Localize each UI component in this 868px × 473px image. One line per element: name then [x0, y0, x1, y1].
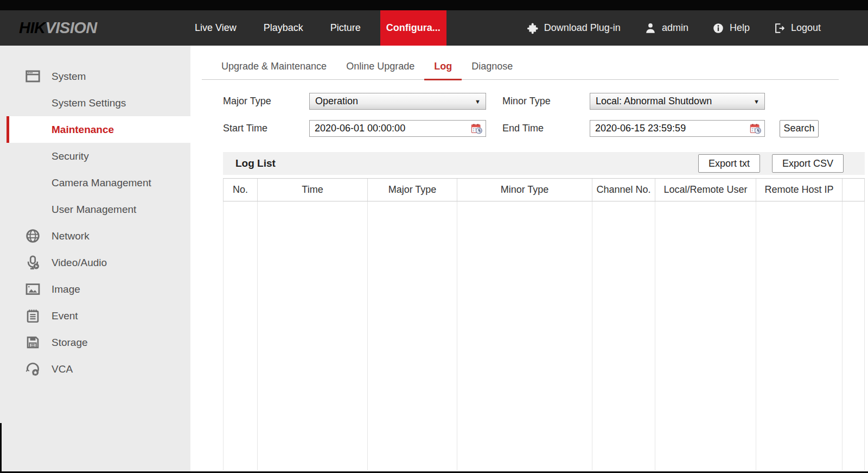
chevron-down-icon: ▼	[475, 98, 481, 105]
window-left-edge	[0, 423, 2, 473]
top-navbar: HIKVISION Live View Playback Picture Con…	[0, 10, 868, 46]
major-type-value: Operation	[315, 96, 358, 107]
log-filter-form: Major Type Operation ▼ Minor Type Local:…	[223, 93, 868, 137]
sidebar-menu: System System Settings Maintenance Secur…	[0, 46, 190, 382]
column-header-minor-type: Minor Type	[457, 179, 592, 201]
sidebar: System System Settings Maintenance Secur…	[0, 46, 190, 473]
major-type-select[interactable]: Operation ▼	[309, 93, 486, 110]
sidebar-item-label: VCA	[52, 363, 73, 375]
hikvision-logo: HIKVISION	[19, 10, 171, 46]
info-icon	[712, 22, 724, 34]
logo-vision: VISION	[45, 19, 97, 37]
sidebar-item-label: Image	[52, 283, 80, 295]
tab-log[interactable]: Log	[424, 61, 462, 80]
minor-type-value: Local: Abnormal Shutdown	[596, 96, 712, 107]
sidebar-item-label: User Management	[52, 204, 136, 216]
log-list-title: Log List	[235, 157, 276, 169]
end-time-value: 2020-06-15 23:59:59	[595, 123, 686, 134]
nav-picture[interactable]: Picture	[323, 10, 368, 46]
help-button[interactable]: Help	[712, 22, 750, 34]
nav-utilities: Download Plug-in admin Help Logout	[527, 10, 821, 46]
start-time-value: 2020-06-01 00:00:00	[315, 123, 405, 134]
sidebar-item-camera-management[interactable]: Camera Management	[0, 169, 190, 196]
sidebar-item-label: System	[52, 71, 86, 83]
vca-icon	[25, 362, 40, 376]
column-header-local-remote-user: Local/Remote User	[655, 179, 756, 201]
user-icon	[644, 22, 656, 34]
log-table: No. Time Major Type Minor Type Channel N…	[223, 178, 865, 470]
sidebar-item-label: Security	[52, 150, 89, 162]
minor-type-label: Minor Type	[502, 96, 590, 107]
search-button[interactable]: Search	[780, 120, 819, 137]
column-header-no: No.	[224, 179, 258, 201]
globe-icon	[25, 229, 40, 243]
sidebar-item-label: Network	[52, 230, 90, 242]
start-time-label: Start Time	[223, 123, 309, 134]
log-list-header-bar: Log List Export txt Export CSV	[223, 152, 865, 175]
minor-type-select[interactable]: Local: Abnormal Shutdown ▼	[590, 93, 765, 110]
tab-upgrade-maintenance[interactable]: Upgrade & Maintenance	[212, 61, 336, 80]
export-txt-button[interactable]: Export txt	[698, 154, 760, 173]
logout-icon	[774, 22, 786, 34]
sidebar-item-event[interactable]: Event	[0, 302, 190, 329]
filter-row-types: Major Type Operation ▼ Minor Type Local:…	[223, 93, 868, 110]
content-tab-bar: Upgrade & Maintenance Online Upgrade Log…	[202, 46, 839, 80]
nav-configuration[interactable]: Configura...	[380, 10, 446, 46]
logo-hik: HIK	[19, 19, 45, 37]
tab-diagnose[interactable]: Diagnose	[462, 61, 522, 80]
sidebar-item-label: Camera Management	[52, 177, 151, 189]
chevron-down-icon: ▼	[754, 98, 760, 105]
storage-icon	[25, 335, 40, 350]
export-csv-button[interactable]: Export CSV	[772, 154, 844, 173]
sidebar-item-label: Event	[52, 310, 78, 322]
sidebar-item-label: Storage	[52, 337, 88, 349]
puzzle-icon	[527, 22, 539, 34]
sidebar-item-user-management[interactable]: User Management	[0, 196, 190, 223]
log-table-body-empty	[223, 201, 865, 470]
username-label: admin	[662, 22, 688, 34]
image-icon	[25, 282, 40, 297]
account-menu[interactable]: admin	[644, 22, 688, 34]
sidebar-item-image[interactable]: Image	[0, 276, 190, 302]
start-time-input[interactable]: 2020-06-01 00:00:00	[309, 120, 486, 137]
sidebar-item-system[interactable]: System	[0, 63, 190, 90]
tab-online-upgrade[interactable]: Online Upgrade	[336, 61, 424, 80]
logout-label: Logout	[791, 22, 821, 34]
sidebar-item-security[interactable]: Security	[0, 143, 190, 169]
nav-playback[interactable]: Playback	[256, 10, 311, 46]
major-type-label: Major Type	[223, 96, 309, 107]
sidebar-item-label: Video/Audio	[52, 257, 107, 269]
sidebar-item-label: Maintenance	[52, 124, 114, 136]
end-time-label: End Time	[502, 123, 590, 134]
main-nav: Live View Playback Picture Configura...	[187, 10, 446, 46]
column-header-time: Time	[258, 179, 368, 201]
column-header-major-type: Major Type	[368, 179, 457, 201]
event-icon	[25, 308, 40, 323]
calendar-icon[interactable]	[471, 123, 483, 135]
window-icon	[25, 69, 40, 84]
sidebar-item-label: System Settings	[52, 97, 126, 109]
sidebar-item-maintenance[interactable]: Maintenance	[7, 116, 190, 143]
content-area: Upgrade & Maintenance Online Upgrade Log…	[190, 46, 868, 473]
column-header-remote-host-ip: Remote Host IP	[756, 179, 843, 201]
download-plugin-button[interactable]: Download Plug-in	[527, 22, 621, 34]
download-plugin-label: Download Plug-in	[544, 22, 621, 34]
window-top-strip	[0, 0, 868, 10]
calendar-icon[interactable]	[750, 123, 762, 135]
sidebar-item-system-settings[interactable]: System Settings	[0, 90, 190, 116]
logout-button[interactable]: Logout	[774, 22, 821, 34]
sidebar-item-vca[interactable]: VCA	[0, 356, 190, 382]
sidebar-item-network[interactable]: Network	[0, 223, 190, 249]
help-label: Help	[730, 22, 750, 34]
sidebar-item-video-audio[interactable]: Video/Audio	[0, 249, 190, 276]
export-buttons: Export txt Export CSV	[698, 154, 844, 173]
nav-live-view[interactable]: Live View	[187, 10, 244, 46]
filter-row-times: Start Time 2020-06-01 00:00:00 End Time …	[223, 120, 868, 137]
sidebar-item-storage[interactable]: Storage	[0, 329, 190, 356]
log-table-header: No. Time Major Type Minor Type Channel N…	[223, 178, 865, 201]
end-time-input[interactable]: 2020-06-15 23:59:59	[590, 120, 765, 137]
column-header-channel-no: Channel No.	[592, 179, 655, 201]
mic-icon	[25, 255, 40, 270]
column-header-spacer	[843, 179, 865, 201]
